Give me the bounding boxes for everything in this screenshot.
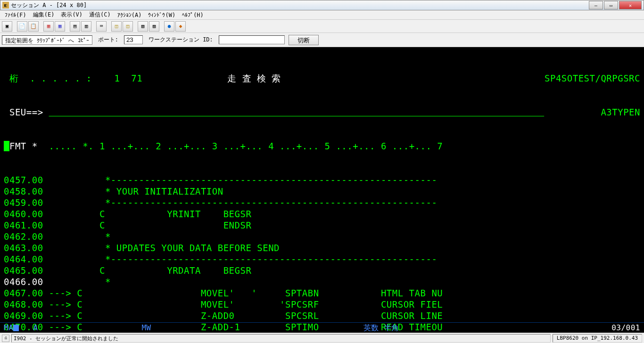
status-message: I902 - セッションが正常に開始されました (11, 334, 551, 343)
menu-comm[interactable]: 通信(C) (86, 10, 114, 20)
code-line: 0466.00 * (4, 276, 640, 287)
status-a: A (33, 322, 38, 333)
tool-btn-6[interactable]: ◫ (123, 21, 133, 32)
status-ma: MA (4, 322, 13, 333)
clipboard-dropdown[interactable]: 指定範囲を ｸﾘｯﾌﾟﾎﾞｰﾄﾞ へ ｺﾋﾟｰ (2, 35, 92, 45)
status-mw: MW (141, 322, 151, 333)
statusbar: ⎙ I902 - セッションが正常に開始されました LBP8620 on IP_… (0, 333, 644, 343)
copy-button[interactable]: 📄 (17, 21, 27, 32)
tool-btn-8[interactable]: ▨ (149, 21, 159, 32)
controlbar: 指定範囲を ｸﾘｯﾌﾟﾎﾞｰﾄﾞ へ ｺﾋﾟｰ ポート: ワークステーション I… (0, 33, 644, 47)
tool-btn-7[interactable]: ▧ (138, 21, 148, 32)
header-title: 走 査 検 索 (227, 73, 281, 83)
fmt-line: FMT * (9, 141, 38, 151)
status-input-mode: 英数 半角 (151, 322, 612, 333)
window-controls: — ▭ ✕ (589, 1, 642, 9)
seu-prompt: SEU==> (4, 107, 43, 117)
toolbar: ▣ 📄 📋 ▦ ▦ ▤ ▥ ⌨ ◫ ◫ ▧ ▨ ● ◆ (0, 20, 644, 33)
disconnect-button[interactable]: 切断 (289, 35, 319, 45)
menu-window[interactable]: ｳｨﾝﾄﾞｳ(W) (145, 11, 178, 19)
menubar: ﾌｧｲﾙ(F) 編集(E) 表示(V) 通信(C) ｱｸｼｮﾝ(A) ｳｨﾝﾄﾞ… (0, 10, 644, 20)
workstation-label: ワークステーション ID: (147, 36, 215, 44)
code-line: 0469.00 ---> C Z-ADD0 SPCSRL CURSOR LINE (4, 310, 640, 321)
app-icon: ◧ (2, 2, 9, 8)
minimize-button[interactable]: — (589, 1, 603, 9)
header-col: 桁 . . . . . : 1 71 (4, 73, 142, 83)
tool-btn-2[interactable]: ▦ (55, 21, 65, 32)
code-line: 0462.00 * (4, 231, 640, 242)
titlebar: ◧ セッション A - [24 x 80] — ▭ ✕ (0, 0, 644, 10)
maximize-button[interactable]: ▭ (604, 1, 618, 9)
port-input[interactable] (124, 35, 143, 44)
terminal-status: MA A MW 英数 半角 03/001 (0, 322, 644, 333)
code-line: 0464.00 *-------------------------------… (4, 253, 640, 265)
code-line: 0459.00 *-------------------------------… (4, 197, 640, 208)
window-title: セッション A - [24 x 80] (11, 1, 589, 9)
keyboard-button[interactable]: ⌨ (96, 21, 107, 32)
close-button[interactable]: ✕ (619, 1, 642, 9)
header-source: SP4SOTEST/QRPGSRC (545, 73, 640, 84)
code-line: 0457.00 *-------------------------------… (4, 174, 640, 186)
workstation-input[interactable] (219, 35, 285, 44)
tool-btn-3[interactable]: ▤ (70, 21, 80, 32)
menu-edit[interactable]: 編集(E) (30, 10, 58, 20)
tool-btn-9[interactable]: ● (164, 21, 174, 32)
status-cursor-pos: 03/001 (611, 322, 640, 333)
paste-button[interactable]: 📋 (28, 21, 39, 32)
tool-btn-5[interactable]: ◫ (111, 21, 122, 32)
tool-btn-10[interactable]: ◆ (175, 21, 186, 32)
screen-button[interactable]: ▣ (2, 21, 12, 32)
tool-btn-1[interactable]: ▦ (43, 21, 54, 32)
code-line: 0468.00 ---> C MOVEL' 'SPCSRF CURSOR FIE… (4, 299, 640, 310)
tool-btn-4[interactable]: ▥ (81, 21, 91, 32)
port-label: ポート: (96, 36, 120, 44)
code-line: 0467.00 ---> C MOVEL' ' SPTABN HTML TAB … (4, 287, 640, 299)
code-line: 0461.00 C ENDSR (4, 220, 640, 231)
menu-file[interactable]: ﾌｧｲﾙ(F) (2, 11, 29, 19)
seu-member: A3TYPEN (601, 106, 640, 118)
terminal-screen[interactable]: 桁 . . . . . : 1 71走 査 検 索SP4SOTEST/QRPGS… (0, 47, 644, 333)
status-block-icon (13, 325, 19, 331)
connection-info: LBP8620 on IP_192.168.0.43 (553, 334, 642, 343)
code-line: 0465.00 C YRDATA BEGSR (4, 265, 640, 276)
menu-action[interactable]: ｱｸｼｮﾝ(A) (115, 11, 145, 19)
code-line: 0458.00 * YOUR INITIALIZATION (4, 186, 640, 197)
code-line: 0460.00 C YRINIT BEGSR (4, 208, 640, 220)
connection-icon: ⎙ (2, 335, 9, 342)
code-line: 0463.00 * UPDATES YOUR DATA BEFORE SEND (4, 242, 640, 253)
menu-help[interactable]: ﾍﾙﾌﾟ(H) (179, 11, 206, 19)
menu-view[interactable]: 表示(V) (58, 10, 85, 20)
